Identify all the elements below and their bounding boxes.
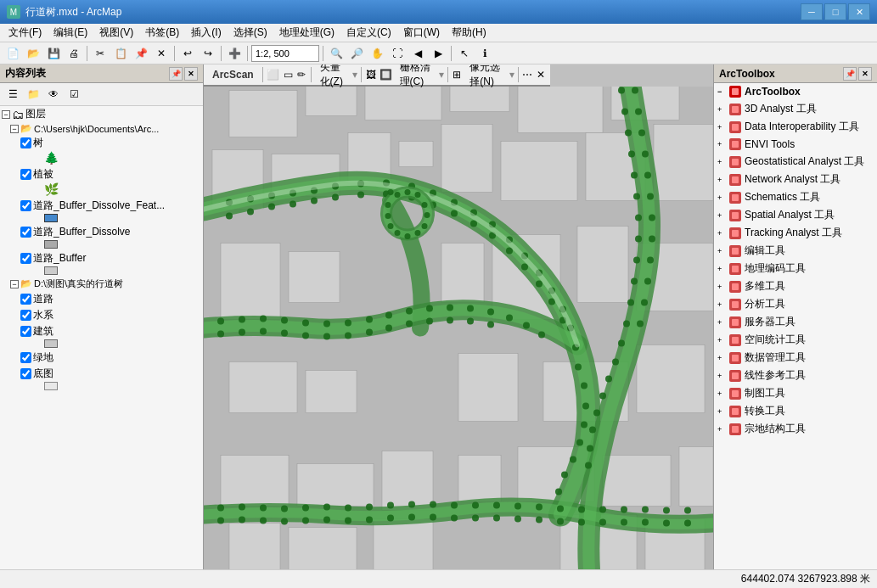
road-layer-checkbox[interactable] xyxy=(20,294,31,305)
minimize-button[interactable]: ─ xyxy=(801,3,823,20)
toc-green-layer[interactable]: 绿地 xyxy=(0,350,203,366)
toc-list-btn[interactable]: ☰ xyxy=(3,85,22,104)
close-button[interactable]: ✕ xyxy=(848,3,870,20)
green-layer-checkbox[interactable] xyxy=(20,352,31,363)
building-layer-checkbox[interactable] xyxy=(20,326,31,337)
toc-close-icon[interactable]: ✕ xyxy=(184,67,198,81)
menu-view[interactable]: 视图(V) xyxy=(94,24,138,42)
toc-road-buf-dis-feat[interactable]: 道路_Buffer_Dissolve_Feat... xyxy=(0,198,203,214)
menu-file[interactable]: 文件(F) xyxy=(3,24,47,42)
water-layer-checkbox[interactable] xyxy=(20,310,31,321)
road-buf-dis-feat-checkbox[interactable] xyxy=(20,200,31,211)
toc-road-layer[interactable]: 道路 xyxy=(0,291,203,307)
toc-tree-layer[interactable]: 树 xyxy=(0,135,203,151)
at-linear-item[interactable]: + 线性参考工具 xyxy=(714,367,877,384)
new-button[interactable]: 📄 xyxy=(3,44,22,63)
arcscan-raster-btn2[interactable]: 🔲 xyxy=(379,65,393,84)
arcscan-cell-btn1[interactable]: ⊞ xyxy=(451,65,463,84)
zoom-out-button[interactable]: 🔎 xyxy=(347,44,366,63)
path1-expand-icon[interactable]: − xyxy=(10,125,19,133)
toc-road-buf[interactable]: 道路_Buffer xyxy=(0,250,203,266)
at-topo-item[interactable]: + 宗地结构工具 xyxy=(714,420,877,438)
arcscan-btn1[interactable]: ⬜ xyxy=(266,65,280,84)
save-button[interactable]: 💾 xyxy=(44,44,63,63)
toc-display-btn[interactable]: 👁 xyxy=(44,85,63,104)
zoom-in-button[interactable]: 🔍 xyxy=(327,44,346,63)
arcscan-close-btn[interactable]: ✕ xyxy=(535,65,547,84)
at-close-icon[interactable]: ✕ xyxy=(858,67,872,81)
at-spatial-item[interactable]: + Spatial Analyst 工具 xyxy=(714,206,877,224)
at-multi-item[interactable]: + 多维工具 xyxy=(714,277,877,295)
cut-button[interactable]: ✂ xyxy=(91,44,110,63)
open-button[interactable]: 📂 xyxy=(24,44,42,63)
toc-road-buf-dis[interactable]: 道路_Buffer_Dissolve xyxy=(0,224,203,240)
toc-building-layer[interactable]: 建筑 xyxy=(0,323,203,339)
arcscan-raster-clean[interactable]: 栅格清理(C) xyxy=(395,64,437,91)
print-button[interactable]: 🖨 xyxy=(65,44,83,63)
arcscan-btn3[interactable]: ✏ xyxy=(295,65,307,84)
arcscan-cell-select[interactable]: 像元选择(N) xyxy=(464,64,507,91)
plant-layer-checkbox[interactable] xyxy=(20,169,31,180)
menu-window[interactable]: 窗口(W) xyxy=(398,24,445,42)
map-area[interactable]: ArcScan ⬜ ▭ ✏ 矢量化(Z) ▾ 🖼 🔲 栅格清理(C) ▾ ⊞ 像… xyxy=(204,64,713,569)
add-data-button[interactable]: ➕ xyxy=(225,44,244,63)
arcscan-raster-btn1[interactable]: 🖼 xyxy=(365,65,377,84)
toc-plant-layer[interactable]: 植被 xyxy=(0,166,203,182)
back-extent-button[interactable]: ◀ xyxy=(408,44,427,63)
menu-insert[interactable]: 插入(I) xyxy=(186,24,226,42)
select-button[interactable]: ↖ xyxy=(455,44,474,63)
arcscan-vectorize[interactable]: 矢量化(Z) xyxy=(315,64,351,91)
menu-edit[interactable]: 编辑(E) xyxy=(48,24,93,42)
maximize-button[interactable]: □ xyxy=(824,3,846,20)
at-schematics-item[interactable]: + Schematics 工具 xyxy=(714,188,877,206)
layers-expand-icon[interactable]: − xyxy=(2,110,10,119)
toc-source-btn[interactable]: 📁 xyxy=(24,85,42,104)
menu-select[interactable]: 选择(S) xyxy=(228,24,273,42)
tree-layer-checkbox[interactable] xyxy=(20,137,31,148)
at-geo-item[interactable]: + Geostatistical Analyst 工具 xyxy=(714,153,877,171)
paste-button[interactable]: 📌 xyxy=(132,44,150,63)
arcscan-extra1[interactable]: ⋯ xyxy=(521,65,533,84)
undo-button[interactable]: ↩ xyxy=(178,44,197,63)
at-envi-item[interactable]: + ENVI Tools xyxy=(714,136,877,153)
toc-path1[interactable]: − 📂 C:\Users\hjk\Documents\Arc... xyxy=(0,122,203,135)
at-server-item[interactable]: + 服务器工具 xyxy=(714,313,877,331)
arcscan-btn2[interactable]: ▭ xyxy=(282,65,294,84)
toc-layers-root[interactable]: − 🗂 图层 xyxy=(0,106,203,122)
path2-expand-icon[interactable]: − xyxy=(10,280,19,288)
pan-button[interactable]: ✋ xyxy=(368,44,386,63)
at-spatial-stat-item[interactable]: + 空间统计工具 xyxy=(714,331,877,349)
copy-button[interactable]: 📋 xyxy=(111,44,130,63)
redo-button[interactable]: ↪ xyxy=(199,44,217,63)
scale-input[interactable] xyxy=(251,45,319,62)
at-geocode-item[interactable]: + 地理编码工具 xyxy=(714,260,877,277)
at-pin-icon[interactable]: 📌 xyxy=(843,67,857,81)
at-tracking-item[interactable]: + Tracking Analyst 工具 xyxy=(714,224,877,242)
at-analysis-item[interactable]: + 分析工具 xyxy=(714,295,877,313)
road-buf-checkbox[interactable] xyxy=(20,253,31,264)
toc-base-layer[interactable]: 底图 xyxy=(0,366,203,382)
menu-customize[interactable]: 自定义(C) xyxy=(341,24,396,42)
menu-bookmark[interactable]: 书签(B) xyxy=(140,24,184,42)
toc-pin-icon[interactable]: 📌 xyxy=(169,67,183,81)
delete-button[interactable]: ✕ xyxy=(152,44,171,63)
toc-water-layer[interactable]: 水系 xyxy=(0,307,203,323)
at-conversion-item[interactable]: + 转换工具 xyxy=(714,402,877,420)
toc-path2[interactable]: − 📂 D:\测图\真实的行道树 xyxy=(0,277,203,291)
at-di-item[interactable]: + Data Interoperability 工具 xyxy=(714,118,877,136)
base-layer-checkbox[interactable] xyxy=(20,368,31,379)
map-canvas[interactable] xyxy=(204,87,713,569)
at-edit-item[interactable]: + 编辑工具 xyxy=(714,242,877,260)
at-network-item[interactable]: + Network Analyst 工具 xyxy=(714,171,877,188)
toc-select-btn[interactable]: ☑ xyxy=(65,85,83,104)
at-root-item[interactable]: − ArcToolbox xyxy=(714,83,877,100)
at-3d-item[interactable]: + 3D Analyst 工具 xyxy=(714,100,877,118)
at-data-mgmt-item[interactable]: + 数据管理工具 xyxy=(714,349,877,367)
identify-button[interactable]: ℹ xyxy=(475,44,494,63)
full-extent-button[interactable]: ⛶ xyxy=(388,44,407,63)
road-buf-dis-checkbox[interactable] xyxy=(20,227,31,238)
menu-help[interactable]: 帮助(H) xyxy=(447,24,492,42)
fwd-extent-button[interactable]: ▶ xyxy=(429,44,447,63)
menu-geoprocessing[interactable]: 地理处理(G) xyxy=(274,24,340,42)
at-cartography-item[interactable]: + 制图工具 xyxy=(714,384,877,402)
